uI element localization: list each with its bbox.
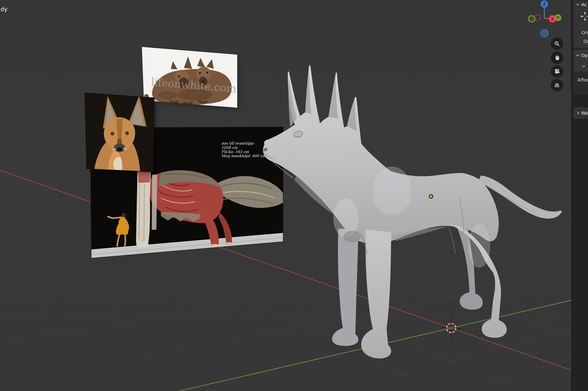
panel-workspace: Wo [573,107,588,119]
panel-active-tool-header[interactable]: Ac [573,0,588,7]
shading-detail [372,167,411,215]
panel-active-tool: Ac Orien Dra [573,0,588,48]
camera-view-button[interactable] [551,65,563,78]
properties-editor: Ac Orien Dra Op Affec [571,0,588,391]
poster-text-line: Varg mankhöjd: 400 cm [221,154,266,158]
panel-workspace-title: Wo [581,110,588,116]
poster-text-line: Flicka: 163 cm [221,150,249,154]
reference-image-pups[interactable]: lifeonwhite.com © [140,45,239,110]
shading-detail [226,242,233,245]
chevron-down-icon [576,54,579,57]
hand-icon [554,54,560,61]
gizmo-neg-z-ball[interactable] [541,30,548,37]
blender-3d-viewport[interactable]: nos till svanstipp: 1058 cm Flicka: 163 … [0,0,588,391]
gizmo-neg-x-ball[interactable] [534,15,540,21]
gizmo-y-label: Y [556,16,560,20]
perspective-grid-icon [554,82,560,89]
poster-wolf-frontleg [152,175,157,230]
pup-eye-icon [206,72,208,74]
chevron-right-icon [577,111,579,115]
shading-detail [136,242,149,248]
drag-label: Dra [584,39,588,44]
orientation-label: Orien [582,30,588,35]
panel-active-tool-title: Ac [581,2,587,7]
affect-only-label: Affec [578,77,588,83]
panel-options-title: Op [581,53,588,58]
magnifier-plus-icon [554,40,560,47]
viewport-overlay-text: dy [0,6,7,13]
panel-options-body: Affec [573,72,588,95]
gizmo-neg-y-ball[interactable] [528,16,535,22]
gizmo-x-stem [544,18,549,19]
gizmo-x-label: X [551,16,554,21]
object-origin-dot [429,195,433,198]
subpanel-chevron-down-icon[interactable] [582,65,585,67]
viewport-scene: nos till svanstipp: 1058 cm Flicka: 163 … [0,0,588,391]
orthographic-toggle-button[interactable] [551,79,563,92]
wolf-face-nose-icon [117,147,122,151]
pan-button[interactable] [551,51,563,64]
reference-image-wolf-face[interactable] [83,91,156,174]
zoom-button[interactable] [551,37,563,50]
poster-text-line: 1058 cm [221,145,238,150]
movie-camera-icon [554,68,560,75]
shading-detail [344,231,361,243]
wolf-face-eye-icon [126,132,129,135]
panel-options-header[interactable]: Op [573,50,588,58]
shading-detail [123,147,127,150]
poster-text-line: nos till svanstipp: [221,141,254,145]
pup-eye-icon [178,75,180,77]
shading-detail [468,224,490,268]
wolf-face-eye-icon [111,132,114,135]
panel-options: Op Affec [573,50,588,95]
pup-eye-icon [199,72,201,74]
panel-workspace-header[interactable]: Wo [573,107,588,116]
move-tool-icon[interactable] [580,11,588,22]
chevron-down-icon [576,3,580,6]
shading-detail [158,91,177,99]
shading-detail [112,148,116,151]
gizmo-z-label: Z [543,2,546,7]
